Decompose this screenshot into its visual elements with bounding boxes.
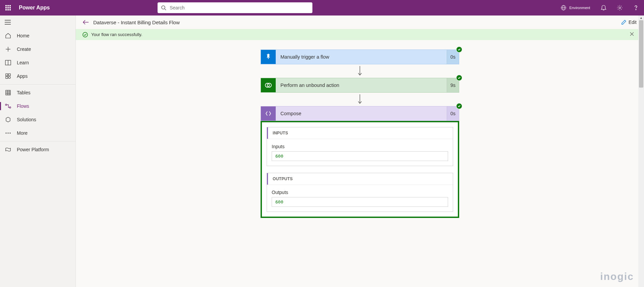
check-circle-icon (82, 32, 88, 37)
step-success-badge (456, 103, 462, 109)
trigger-icon (265, 53, 272, 61)
flow-icon (5, 104, 11, 108)
svg-point-27 (10, 133, 11, 134)
vertical-scrollbar[interactable]: ▲ (638, 15, 644, 287)
hamburger-icon (5, 20, 11, 25)
close-icon (630, 32, 634, 36)
flow-connector (261, 64, 459, 78)
sidebar-item-flows[interactable]: Flows (0, 99, 75, 113)
sidebar-item-label: Flows (17, 103, 29, 109)
svg-point-5 (619, 7, 621, 9)
scroll-up-button[interactable]: ▲ (638, 15, 644, 20)
svg-point-25 (6, 133, 7, 134)
home-icon (5, 33, 11, 39)
svg-point-6 (636, 9, 636, 10)
app-title: Power Apps (19, 5, 50, 11)
sidebar-item-label: Home (17, 33, 29, 38)
power-platform-icon (5, 147, 11, 152)
inputs-label: Inputs (272, 144, 448, 149)
outputs-header: OUTPUTS (267, 173, 453, 185)
check-icon (457, 48, 461, 51)
plus-icon (5, 46, 11, 52)
watermark: inogic (600, 271, 634, 282)
more-icon (5, 132, 11, 134)
flow-step-compose[interactable]: Compose 0s (261, 106, 459, 121)
gear-icon (617, 5, 623, 11)
step-success-badge (456, 75, 462, 81)
flow-step-unbound-action[interactable]: Perform an unbound action 9s (261, 78, 459, 93)
help-button[interactable] (628, 0, 644, 15)
svg-line-1 (165, 9, 166, 10)
sidebar-item-label: Tables (17, 90, 30, 95)
arrow-left-icon (83, 20, 89, 25)
step-duration: 0s (447, 50, 459, 64)
sidebar-toggle[interactable] (0, 15, 75, 29)
header-right: Environment (555, 0, 644, 15)
app-launcher-button[interactable] (0, 0, 16, 15)
compose-icon (265, 110, 272, 117)
book-icon (5, 60, 11, 65)
check-icon (457, 104, 461, 108)
scroll-thumb[interactable] (639, 20, 643, 88)
page-toolbar: Dataverse - Instant Billing Details Flow… (76, 15, 644, 29)
svg-rect-18 (6, 90, 10, 95)
step-duration: 9s (447, 78, 459, 92)
svg-point-26 (8, 133, 9, 134)
back-button[interactable] (80, 17, 91, 28)
sidebar-item-label: More (17, 130, 28, 136)
sidebar-item-solutions[interactable]: Solutions (0, 113, 75, 126)
check-icon (457, 76, 461, 79)
success-banner: Your flow ran successfully. (76, 29, 644, 40)
svg-point-29 (83, 32, 88, 37)
sidebar-item-label: Create (17, 46, 31, 52)
settings-button[interactable] (612, 0, 628, 15)
success-message: Your flow ran successfully. (91, 32, 142, 37)
environment-label: Environment (569, 6, 590, 10)
sidebar-item-power-platform[interactable]: Power Platform (0, 143, 75, 156)
sidebar-item-label: Apps (17, 73, 28, 79)
sidebar: Home Create Learn Apps Tables Flows Solu… (0, 15, 76, 287)
flow-canvas: Manually trigger a flow 0s Perform an un… (76, 40, 644, 287)
sidebar-item-label: Solutions (17, 117, 36, 122)
sidebar-item-tables[interactable]: Tables (0, 86, 75, 99)
waffle-icon (5, 5, 11, 10)
sidebar-item-more[interactable]: More (0, 126, 75, 140)
environment-picker[interactable]: Environment (555, 0, 596, 15)
banner-close-button[interactable] (630, 32, 637, 37)
sidebar-item-apps[interactable]: Apps (0, 69, 75, 83)
notifications-button[interactable] (596, 0, 612, 15)
search-box[interactable] (158, 2, 312, 13)
sidebar-item-label: Learn (17, 60, 29, 65)
apps-icon (5, 73, 11, 79)
sidebar-item-learn[interactable]: Learn (0, 56, 75, 69)
outputs-block: OUTPUTS Outputs 600 (267, 173, 453, 212)
dataverse-icon (265, 82, 272, 89)
svg-point-0 (162, 6, 165, 9)
svg-rect-17 (8, 76, 10, 78)
solutions-icon (5, 117, 11, 122)
search-icon (161, 5, 166, 10)
sidebar-item-label: Power Platform (17, 147, 49, 152)
inputs-header: INPUTS (267, 127, 453, 139)
sidebar-item-create[interactable]: Create (0, 42, 75, 56)
sidebar-divider (0, 141, 75, 141)
svg-point-23 (5, 104, 7, 105)
sidebar-divider (0, 84, 75, 85)
svg-point-24 (9, 107, 11, 108)
edit-button[interactable]: Edit (618, 20, 639, 25)
step-title: Manually trigger a flow (276, 50, 447, 64)
flow-step-trigger[interactable]: Manually trigger a flow 0s (261, 50, 459, 64)
step-title: Compose (276, 106, 447, 121)
inputs-block: INPUTS Inputs 600 (267, 127, 453, 166)
outputs-label: Outputs (272, 190, 448, 195)
main-content: Dataverse - Instant Billing Details Flow… (76, 15, 644, 287)
compose-details: INPUTS Inputs 600 OUTPUTS Outputs 600 (261, 121, 459, 218)
help-icon (633, 5, 639, 11)
search-input[interactable] (170, 5, 309, 10)
pencil-icon (621, 20, 626, 25)
sidebar-item-home[interactable]: Home (0, 29, 75, 42)
svg-rect-14 (6, 74, 8, 76)
svg-rect-16 (6, 76, 8, 78)
svg-rect-15 (8, 74, 10, 76)
table-icon (5, 90, 11, 95)
